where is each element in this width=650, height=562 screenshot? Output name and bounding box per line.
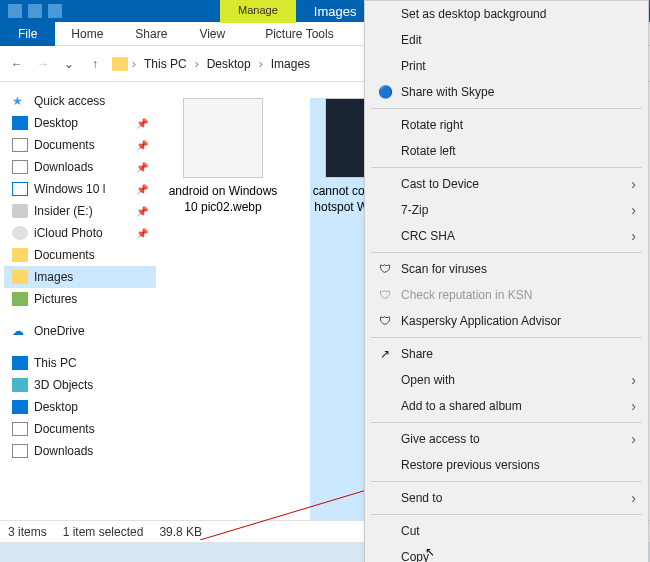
sidebar-label: Images <box>34 270 73 284</box>
desktop-icon <box>12 116 28 130</box>
kasp-icon: 🛡 <box>377 261 393 277</box>
breadcrumb-thispc[interactable]: This PC <box>140 55 191 73</box>
status-selected: 1 item selected <box>63 525 144 539</box>
context-menu-label: Open with <box>401 373 623 387</box>
sidebar-item-documents2[interactable]: Documents <box>4 244 156 266</box>
sidebar-item-desktop[interactable]: Desktop📌 <box>4 112 156 134</box>
context-menu-item[interactable]: Give access to› <box>365 426 648 452</box>
ribbon-home[interactable]: Home <box>55 22 119 46</box>
sidebar-thispc[interactable]: This PC <box>4 352 156 374</box>
context-menu-item[interactable]: Cast to Device› <box>365 171 648 197</box>
file-item[interactable]: android on Windows 10 pic02.webp <box>168 98 278 522</box>
context-menu-item[interactable]: 🛡Kaspersky Application Advisor <box>365 308 648 334</box>
context-menu-item[interactable]: Restore previous versions <box>365 452 648 478</box>
context-menu-label: Set as desktop background <box>401 7 636 21</box>
context-menu-label: Rotate left <box>401 144 636 158</box>
context-menu-item[interactable]: Copy <box>365 544 648 562</box>
blank-icon <box>377 176 393 192</box>
context-menu-item[interactable]: Open with› <box>365 367 648 393</box>
sidebar-item-documents[interactable]: Documents📌 <box>4 134 156 156</box>
context-menu-item[interactable]: 🛡Scan for viruses <box>365 256 648 282</box>
folder-icon <box>12 248 28 262</box>
skype-icon: 🔵 <box>377 84 393 100</box>
context-menu-item[interactable]: Edit <box>365 27 648 53</box>
pin-icon: 📌 <box>136 162 148 173</box>
context-menu-item[interactable]: Rotate left <box>365 138 648 164</box>
context-menu-item[interactable]: CRC SHA› <box>365 223 648 249</box>
sidebar-item-pictures[interactable]: Pictures <box>4 288 156 310</box>
sidebar-item-insider[interactable]: Insider (E:)📌 <box>4 200 156 222</box>
sidebar-item-downloads[interactable]: Downloads📌 <box>4 156 156 178</box>
context-menu-label: Cast to Device <box>401 177 623 191</box>
sidebar-item-desktop2[interactable]: Desktop <box>4 396 156 418</box>
documents-icon <box>12 138 28 152</box>
breadcrumb-desktop[interactable]: Desktop <box>203 55 255 73</box>
context-menu-item[interactable]: Send to› <box>365 485 648 511</box>
chevron-icon[interactable]: › <box>132 57 136 71</box>
ribbon-picture-tools[interactable]: Picture Tools <box>249 22 349 46</box>
recent-dropdown[interactable]: ⌄ <box>60 55 78 73</box>
quick-access-toolbar <box>0 4 70 18</box>
chevron-icon[interactable]: › <box>195 57 199 71</box>
context-menu-item[interactable]: Print <box>365 53 648 79</box>
sidebar-item-windows10[interactable]: Windows 10 l📌 <box>4 178 156 200</box>
sidebar-label: Quick access <box>34 94 105 108</box>
breadcrumb-images[interactable]: Images <box>267 55 314 73</box>
context-menu-item[interactable]: Cut <box>365 518 648 544</box>
blank-icon <box>377 549 393 562</box>
sidebar-label: Documents <box>34 138 95 152</box>
qat-icon[interactable] <box>28 4 42 18</box>
context-menu-item[interactable]: 🔵Share with Skype <box>365 79 648 105</box>
sidebar-item-documents3[interactable]: Documents <box>4 418 156 440</box>
context-menu-label: 7-Zip <box>401 203 623 217</box>
share-icon: ↗ <box>377 346 393 362</box>
file-name: android on Windows 10 pic02.webp <box>168 184 278 215</box>
sidebar-label: Desktop <box>34 116 78 130</box>
sidebar-label: Desktop <box>34 400 78 414</box>
cursor-icon: ↖ <box>425 545 435 559</box>
downloads-icon <box>12 444 28 458</box>
sidebar-item-downloads2[interactable]: Downloads <box>4 440 156 462</box>
sidebar-label: Downloads <box>34 444 93 458</box>
sidebar-onedrive[interactable]: ☁OneDrive <box>4 320 156 342</box>
sidebar-label: OneDrive <box>34 324 85 338</box>
context-menu-label: Give access to <box>401 432 623 446</box>
context-menu: Set as desktop backgroundEditPrint🔵Share… <box>364 0 649 562</box>
context-menu-item: 🛡Check reputation in KSN <box>365 282 648 308</box>
drive-icon <box>12 204 28 218</box>
back-button[interactable]: ← <box>8 55 26 73</box>
qat-icon[interactable] <box>48 4 62 18</box>
sidebar-label: Documents <box>34 248 95 262</box>
thispc-icon <box>12 356 28 370</box>
context-menu-item[interactable]: ↗Share <box>365 341 648 367</box>
context-menu-label: Cut <box>401 524 636 538</box>
blank-icon <box>377 58 393 74</box>
sidebar-item-images[interactable]: Images <box>4 266 156 288</box>
blank-icon <box>377 228 393 244</box>
context-menu-item[interactable]: Set as desktop background <box>365 1 648 27</box>
blank-icon <box>377 523 393 539</box>
sidebar-quick-access[interactable]: ★Quick access <box>4 90 156 112</box>
ribbon-view[interactable]: View <box>183 22 241 46</box>
sidebar-label: Pictures <box>34 292 77 306</box>
qat-icon[interactable] <box>8 4 22 18</box>
up-button[interactable]: ↑ <box>86 55 104 73</box>
context-menu-label: Print <box>401 59 636 73</box>
kasp-icon: 🛡 <box>377 313 393 329</box>
context-menu-item[interactable]: Rotate right <box>365 112 648 138</box>
context-menu-label: Check reputation in KSN <box>401 288 636 302</box>
ribbon-file[interactable]: File <box>0 22 55 46</box>
chevron-icon[interactable]: › <box>259 57 263 71</box>
title-tab-images: Images <box>296 0 375 23</box>
context-menu-label: Copy <box>401 550 636 562</box>
sidebar-item-3d[interactable]: 3D Objects <box>4 374 156 396</box>
pin-icon: 📌 <box>136 140 148 151</box>
context-menu-item[interactable]: 7-Zip› <box>365 197 648 223</box>
context-menu-item[interactable]: Add to a shared album› <box>365 393 648 419</box>
sidebar-label: Documents <box>34 422 95 436</box>
ribbon-context-manage[interactable]: Manage <box>220 0 296 23</box>
sidebar-item-icloud[interactable]: iCloud Photo📌 <box>4 222 156 244</box>
context-menu-label: Share <box>401 347 636 361</box>
star-icon: ★ <box>12 94 28 108</box>
ribbon-share[interactable]: Share <box>119 22 183 46</box>
